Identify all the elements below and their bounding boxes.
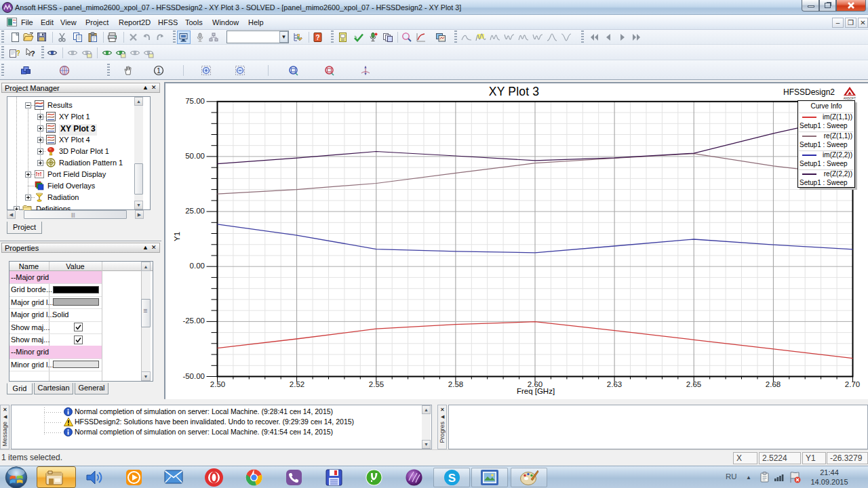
svg-text:?: ? <box>16 49 20 57</box>
svg-text:?: ? <box>315 34 319 41</box>
svg-text:1: 1 <box>157 67 161 75</box>
svg-text:S: S <box>448 472 456 485</box>
svg-text:?: ? <box>31 49 35 58</box>
